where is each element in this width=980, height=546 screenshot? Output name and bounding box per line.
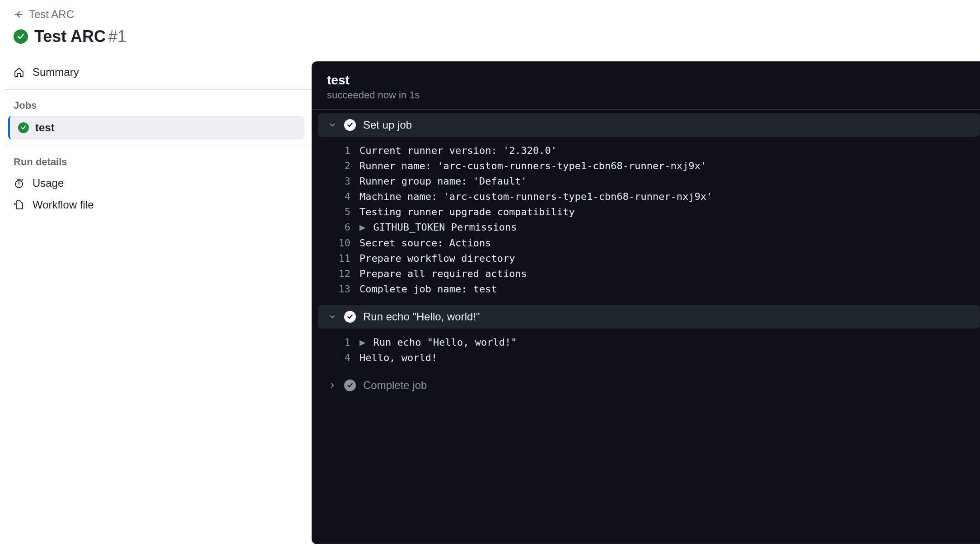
log-step-header[interactable]: Run echo "Hello, world!" (318, 305, 980, 329)
main-layout: Summary Jobs test Run details Usage (0, 61, 980, 544)
line-number: 10 (327, 236, 350, 251)
line-number: 4 (327, 189, 350, 204)
nav-usage-label: Usage (33, 177, 64, 190)
divider (312, 109, 980, 110)
line-number: 3 (327, 174, 350, 189)
sidebar: Summary Jobs test Run details Usage (0, 61, 312, 544)
log-steps: Set up job1Current runner version: '2.32… (312, 113, 980, 397)
job-item[interactable]: test (8, 116, 304, 139)
log-line: 3Runner group name: 'Default' (312, 174, 980, 189)
line-content: Hello, world! (359, 350, 437, 366)
log-line: 13Complete job name: test (312, 282, 980, 297)
line-content: Runner group name: 'Default' (359, 174, 527, 189)
check-circle-icon (344, 119, 356, 131)
line-number: 2 (327, 158, 350, 174)
line-content: Prepare workflow directory (359, 251, 515, 266)
log-line: 1▶ Run echo "Hello, world!" (312, 335, 980, 350)
line-content: Machine name: 'arc-custom-runners-type1-… (359, 189, 712, 204)
nav-usage[interactable]: Usage (5, 172, 312, 194)
run-status-icon (14, 29, 28, 44)
line-content: Complete job name: test (359, 282, 497, 297)
run-number: #1 (108, 27, 126, 46)
line-content: Runner name: 'arc-custom-runners-type1-c… (359, 158, 706, 174)
fold-caret-icon[interactable]: ▶ (359, 222, 365, 233)
line-content: ▶ GITHUB_TOKEN Permissions (359, 220, 517, 235)
breadcrumb-back[interactable]: Test ARC (14, 8, 74, 21)
log-step-label: Set up job (363, 119, 412, 131)
log-line: 1Current runner version: '2.320.0' (312, 143, 980, 158)
job-list: test (5, 116, 312, 139)
log-line: 4Machine name: 'arc-custom-runners-type1… (312, 189, 980, 204)
line-number: 5 (327, 204, 350, 220)
line-number: 1 (327, 143, 350, 158)
line-content: Prepare all required actions (359, 266, 527, 282)
divider (5, 146, 312, 146)
log-line: 4Hello, world! (312, 350, 980, 366)
log-job-status: succeeded now in 1s (327, 89, 965, 101)
nav-summary-label: Summary (33, 66, 79, 79)
nav-workflow-file-label: Workflow file (33, 199, 94, 211)
fold-caret-icon[interactable]: ▶ (359, 337, 365, 348)
workflow-file-icon (14, 199, 24, 210)
breadcrumb-label: Test ARC (29, 8, 74, 21)
check-circle-icon (344, 311, 356, 323)
log-lines: 1▶ Run echo "Hello, world!"4Hello, world… (312, 332, 980, 370)
line-number: 4 (327, 350, 350, 366)
page-header: Test ARC Test ARC#1 (0, 0, 980, 46)
nav-summary[interactable]: Summary (5, 61, 312, 83)
check-circle-icon (344, 379, 356, 391)
log-line: 5Testing runner upgrade compatibility (312, 204, 980, 220)
log-step-header[interactable]: Set up job (318, 113, 980, 137)
line-number: 6 (327, 220, 350, 235)
line-number: 1 (327, 335, 350, 350)
log-header: test succeeded now in 1s (312, 61, 980, 109)
line-content: Secret source: Actions (359, 236, 491, 251)
log-line: 11Prepare workflow directory (312, 251, 980, 266)
line-content: ▶ Run echo "Hello, world!" (359, 335, 517, 350)
chevron-down-icon (328, 313, 337, 321)
run-title: Test ARC#1 (34, 27, 126, 46)
log-step-header[interactable]: Complete job (318, 374, 980, 397)
line-number: 11 (327, 251, 350, 266)
log-line: 6▶ GITHUB_TOKEN Permissions (312, 220, 980, 235)
line-number: 13 (327, 282, 350, 297)
divider (5, 89, 312, 90)
stopwatch-icon (14, 178, 24, 189)
line-content: Testing runner upgrade compatibility (359, 204, 575, 220)
check-circle-icon (18, 122, 29, 133)
run-title-row: Test ARC#1 (14, 27, 966, 46)
log-step-label: Run echo "Hello, world!" (363, 310, 480, 323)
line-number: 12 (327, 266, 350, 282)
job-item-label: test (35, 121, 55, 134)
log-panel: test succeeded now in 1s Set up job1Curr… (312, 61, 980, 544)
line-content: Current runner version: '2.320.0' (359, 143, 557, 158)
log-step-label: Complete job (363, 379, 427, 392)
arrow-left-icon (14, 9, 23, 19)
jobs-heading: Jobs (5, 96, 312, 116)
chevron-down-icon (328, 121, 337, 129)
log-line: 2Runner name: 'arc-custom-runners-type1-… (312, 158, 980, 174)
log-lines: 1Current runner version: '2.320.0'2Runne… (312, 140, 980, 301)
chevron-right-icon (328, 381, 337, 389)
log-line: 10Secret source: Actions (312, 236, 980, 251)
log-job-title: test (327, 73, 965, 88)
run-details-heading: Run details (5, 153, 312, 172)
log-line: 12Prepare all required actions (312, 266, 980, 282)
home-icon (14, 67, 24, 78)
content-area: test succeeded now in 1s Set up job1Curr… (312, 61, 980, 544)
nav-workflow-file[interactable]: Workflow file (5, 194, 312, 216)
